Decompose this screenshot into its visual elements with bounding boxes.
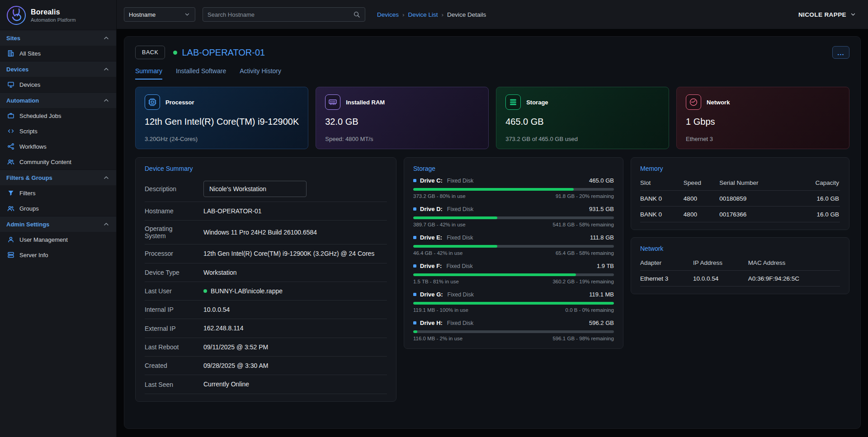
breadcrumb-separator: › bbox=[442, 11, 444, 18]
hostname-filter-value: Hostname bbox=[129, 11, 156, 18]
sidebar-item-label: Community Content bbox=[19, 159, 71, 165]
summary-label: Created bbox=[145, 362, 192, 369]
sidebar-item-label: Scripts bbox=[19, 128, 38, 135]
sidebar-item-user-management[interactable]: User Management bbox=[0, 232, 116, 247]
sidebar: Borealis Automation Platform SitesAll Si… bbox=[0, 0, 117, 437]
drive-usage-fill bbox=[413, 330, 417, 333]
table-header-capacity: Capacity bbox=[795, 175, 840, 191]
summary-value-text: 09/11/2025 @ 3:52 PM bbox=[203, 343, 268, 352]
drive-used: 119.1 MB - 100% in use bbox=[413, 307, 468, 313]
columns: Device Summary Description HostnameLAB-O… bbox=[135, 157, 849, 402]
sidebar-section-sites[interactable]: Sites bbox=[0, 30, 116, 46]
sidebar-item-devices[interactable]: Devices bbox=[0, 77, 116, 92]
network-header-row: AdapterIP AddressMAC Address bbox=[640, 255, 840, 271]
sidebar-item-groups[interactable]: Groups bbox=[0, 201, 116, 216]
building-icon bbox=[7, 50, 14, 57]
breadcrumb-device-list[interactable]: Device List bbox=[408, 11, 438, 18]
sidebar-item-all-sites[interactable]: All Sites bbox=[0, 46, 116, 61]
breadcrumb-devices[interactable]: Devices bbox=[377, 11, 399, 18]
chevron-down-icon bbox=[850, 11, 856, 18]
hostname-filter-select[interactable]: Hostname bbox=[124, 7, 195, 22]
stat-card-header: Network bbox=[686, 94, 840, 110]
sidebar-section-admin-settings[interactable]: Admin Settings bbox=[0, 216, 116, 232]
section-label: Devices bbox=[6, 66, 28, 73]
drive-remaining: 91.8 GB - 20% remaining bbox=[556, 193, 614, 199]
network-card: Network AdapterIP AddressMAC Address Eth… bbox=[631, 237, 849, 294]
drive-header: Drive F:Fixed Disk1.9 TB bbox=[413, 263, 614, 269]
sidebar-item-workflows[interactable]: Workflows bbox=[0, 139, 116, 154]
users-icon bbox=[7, 205, 14, 212]
stat-card-title: Storage bbox=[526, 99, 548, 106]
sidebar-item-scheduled-jobs[interactable]: Scheduled Jobs bbox=[0, 108, 116, 123]
sidebar-section-automation[interactable]: Automation bbox=[0, 92, 116, 108]
summary-value: Workstation bbox=[203, 268, 387, 277]
breadcrumb-separator: › bbox=[402, 11, 405, 18]
stat-card-footer: Speed: 4800 MT/s bbox=[325, 136, 479, 142]
sidebar-item-community-content[interactable]: Community Content bbox=[0, 154, 116, 169]
sidebar-section-filters-groups[interactable]: Filters & Groups bbox=[0, 169, 116, 185]
summary-row-created: Created09/28/2025 @ 3:30 AM bbox=[145, 357, 387, 375]
drive-name: Drive G: bbox=[420, 291, 443, 298]
stat-card-processor: Processor12th Gen Intel(R) Core(TM) i9-1… bbox=[135, 87, 308, 149]
stat-card-title: Network bbox=[707, 99, 730, 106]
summary-row-device-type: Device TypeWorkstation bbox=[145, 263, 387, 282]
breadcrumb: Devices›Device List›Device Details bbox=[377, 11, 486, 18]
drive-drive-f: Drive F:Fixed Disk1.9 TB1.5 TB - 81% in … bbox=[413, 263, 614, 284]
tab-activity-history[interactable]: Activity History bbox=[240, 67, 281, 80]
summary-value: LAB-OPERATOR-01 bbox=[203, 207, 387, 216]
drive-usage-bar bbox=[413, 273, 614, 276]
table-cell: 10.0.0.54 bbox=[693, 271, 748, 287]
rabbit-logo-icon bbox=[6, 5, 26, 25]
memory-card: Memory SlotSpeedSerial NumberCapacity BA… bbox=[631, 157, 849, 230]
summary-row-last-reboot: Last Reboot09/11/2025 @ 3:52 PM bbox=[145, 338, 387, 357]
tab-summary[interactable]: Summary bbox=[135, 67, 162, 80]
drive-footer: 389.7 GB - 42% in use541.8 GB - 58% rema… bbox=[413, 222, 614, 227]
drive-remaining: 360.2 GB - 19% remaining bbox=[552, 279, 614, 284]
stat-card-footer: Ethernet 3 bbox=[686, 136, 840, 142]
stat-card-network: Network1 GbpsEthernet 3 bbox=[676, 87, 849, 149]
sidebar-item-label: Workflows bbox=[19, 143, 47, 150]
table-cell: BANK 0 bbox=[640, 207, 684, 222]
summary-value-text: Workstation bbox=[203, 268, 237, 277]
drive-used: 389.7 GB - 42% in use bbox=[413, 222, 466, 227]
summary-row-last-seen: Last SeenCurrently Online bbox=[145, 375, 387, 394]
memory-header-row: SlotSpeedSerial NumberCapacity bbox=[640, 175, 840, 191]
stat-card-title: Processor bbox=[165, 99, 194, 106]
table-cell: 4800 bbox=[684, 191, 719, 207]
sidebar-item-scripts[interactable]: Scripts bbox=[0, 123, 116, 139]
sidebar-section-devices[interactable]: Devices bbox=[0, 61, 116, 77]
brand-area[interactable]: Borealis Automation Platform bbox=[0, 0, 116, 30]
more-actions-button[interactable]: ... bbox=[832, 46, 849, 59]
sidebar-item-filters[interactable]: Filters bbox=[0, 185, 116, 201]
user-name: NICOLE RAPPE bbox=[798, 11, 846, 18]
drive-drive-d: Drive D:Fixed Disk931.5 GB389.7 GB - 42%… bbox=[413, 206, 614, 227]
drive-type: Fixed Disk bbox=[447, 235, 473, 241]
drive-remaining: 0.0 B - 0% remaining bbox=[566, 307, 614, 313]
tab-installed-software[interactable]: Installed Software bbox=[176, 67, 226, 80]
online-status-dot bbox=[173, 51, 177, 55]
tab-bar: SummaryInstalled SoftwareActivity Histor… bbox=[135, 67, 849, 80]
drive-usage-fill bbox=[413, 245, 497, 248]
cpu-icon bbox=[145, 94, 160, 110]
description-input[interactable] bbox=[203, 181, 307, 197]
sidebar-item-server-info[interactable]: Server Info bbox=[0, 247, 116, 263]
table-header-adapter: Adapter bbox=[640, 255, 693, 271]
drive-usage-bar bbox=[413, 302, 614, 305]
sidebar-item-label: User Management bbox=[19, 236, 68, 243]
device-details-panel: BACK LAB-OPERATOR-01 ... SummaryInstalle… bbox=[124, 36, 861, 429]
page-title: LAB-OPERATOR-01 bbox=[182, 47, 265, 58]
chevron-up-icon bbox=[103, 174, 110, 181]
drive-usage-bar bbox=[413, 245, 614, 248]
network-table: AdapterIP AddressMAC Address Ethernet 31… bbox=[640, 255, 840, 287]
summary-row-last-user: Last UserBUNNY-LAB\nicole.rappe bbox=[145, 282, 387, 301]
memory-title: Memory bbox=[640, 165, 840, 172]
stat-card-value: 32.0 GB bbox=[325, 117, 479, 127]
drive-usage-bar bbox=[413, 216, 614, 219]
chevron-down-icon bbox=[184, 11, 190, 18]
user-menu[interactable]: NICOLE RAPPE bbox=[798, 11, 856, 18]
search-input[interactable] bbox=[208, 11, 349, 18]
back-button[interactable]: BACK bbox=[135, 46, 165, 59]
table-header-mac-address: MAC Address bbox=[748, 255, 840, 271]
drive-name: Drive H: bbox=[420, 320, 443, 326]
drive-remaining: 596.1 GB - 98% remaining bbox=[552, 336, 614, 341]
